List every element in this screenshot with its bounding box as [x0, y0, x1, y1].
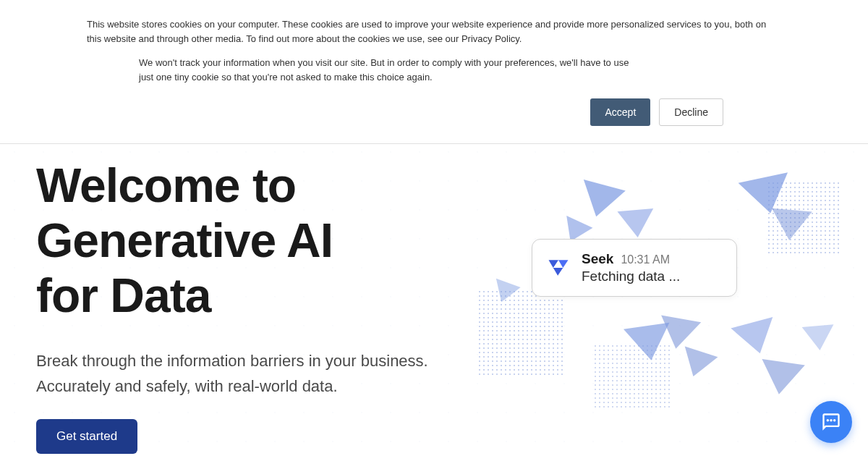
chat-widget-button[interactable] — [810, 401, 852, 443]
notification-status: Fetching data ... — [582, 269, 723, 284]
triangle-shape — [617, 208, 655, 239]
decline-button[interactable]: Decline — [659, 98, 723, 126]
hero-subtitle-line2: Accurately and safely, with real-world d… — [36, 373, 441, 399]
hero-title-line1: Welcome to — [36, 159, 296, 212]
hero-subtitle-line1: Break through the information barriers i… — [36, 348, 441, 373]
notification-content: Seek 10:31 AM Fetching data ... — [582, 251, 723, 284]
hero-subtitle: Break through the information barriers i… — [36, 348, 441, 399]
hero-title-line3: for Data — [36, 269, 210, 322]
triangle-shape — [624, 323, 674, 363]
get-started-button[interactable]: Get started — [36, 419, 137, 454]
hero-illustration: Seek 10:31 AM Fetching data ... — [448, 177, 868, 452]
cookie-description-1: This website stores cookies on your comp… — [87, 17, 781, 46]
triangle-shape — [802, 324, 836, 352]
triangle-shape — [677, 346, 718, 381]
triangle-shape — [757, 359, 805, 397]
accept-button[interactable]: Accept — [590, 98, 650, 126]
hero-title-line2: Generative AI — [36, 214, 333, 267]
cookie-consent-banner: This website stores cookies on your comp… — [0, 0, 868, 144]
dots-pattern — [477, 290, 564, 376]
cookie-button-row: Accept Decline — [87, 98, 723, 126]
cookie-description-2: We won't track your information when you… — [139, 56, 637, 84]
svg-point-1 — [830, 419, 833, 422]
svg-point-0 — [827, 419, 830, 422]
notification-card: Seek 10:31 AM Fetching data ... — [532, 239, 737, 297]
notification-header: Seek 10:31 AM — [582, 251, 723, 267]
svg-point-2 — [833, 419, 836, 422]
seek-logo-icon — [545, 255, 571, 281]
notification-timestamp: 10:31 AM — [621, 253, 670, 266]
notification-app-name: Seek — [582, 251, 613, 267]
chat-bubble-icon — [821, 412, 841, 432]
triangle-shape — [769, 208, 812, 242]
triangle-shape — [731, 317, 780, 359]
